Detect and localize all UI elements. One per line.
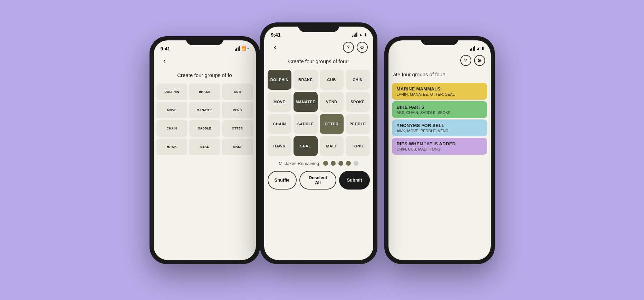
word-grid-left: DOLPHIN BRAKE CUB MOVE MANATEE VEND CHAI…: [154, 84, 256, 155]
result-card-added: RIES WHEN "A" IS ADDED CHIN, CUB, MALT, …: [392, 138, 487, 155]
settings-button-right[interactable]: ⚙: [474, 55, 485, 66]
tile-seal[interactable]: SEAL: [294, 136, 318, 156]
tile-tong[interactable]: TONG: [346, 136, 370, 156]
signal-icon-right: [470, 46, 475, 51]
tile-seal-left[interactable]: SEAL: [189, 138, 220, 155]
tile-vend-left[interactable]: VEND: [222, 102, 253, 118]
tile-vend[interactable]: VEND: [320, 92, 344, 112]
notch-center: [298, 22, 339, 32]
result-title-sell: YNONYMS FOR SELL: [397, 123, 482, 128]
submit-button[interactable]: Submit: [339, 171, 369, 190]
nav-bar-left: ‹: [154, 53, 256, 69]
tile-hawk-left[interactable]: HAWK: [156, 138, 188, 155]
instruction-left: Create four groups of fo: [154, 69, 256, 81]
result-words-bike: AKE, CHAIN, SADDLE, SPOKE: [397, 110, 482, 115]
mistakes-label: Mistakes Remaining:: [279, 161, 320, 166]
settings-button-center[interactable]: ⚙: [357, 42, 368, 53]
shuffle-button[interactable]: Shuffle: [268, 171, 297, 190]
tile-malt[interactable]: MALT: [320, 136, 344, 156]
result-title-bike: BIKE PARTS: [397, 105, 482, 110]
tile-chain-left[interactable]: CHAIN: [156, 120, 188, 137]
tile-move-left[interactable]: MOVE: [156, 102, 188, 118]
wifi-icon-left: 📶: [241, 46, 246, 51]
phones-container: 9:41 📶 ▪ ‹ Cre: [167, 16, 478, 285]
result-card-bike: BIKE PARTS AKE, CHAIN, SADDLE, SPOKE: [392, 101, 487, 118]
gear-icon-right: ⚙: [477, 58, 482, 63]
tile-otter[interactable]: OTTER: [320, 114, 344, 134]
dot-3: [338, 161, 343, 166]
phone-center: 9:41 ▲ ▮ ‹ ?: [260, 22, 377, 264]
tile-malt-left[interactable]: MALT: [222, 138, 253, 155]
tile-saddle-left[interactable]: SADDLE: [189, 120, 220, 137]
tile-saddle[interactable]: SADDLE: [294, 114, 318, 134]
screen-left: 9:41 📶 ▪ ‹ Cre: [154, 40, 256, 260]
result-card-sell: YNONYMS FOR SELL AWK, MOVE, PEDDLE, VEND: [392, 119, 487, 136]
nav-icons-right-right: ? ⚙: [460, 55, 485, 66]
dot-1: [323, 161, 328, 166]
word-grid-center: DOLPHIN BRAKE CUB CHIN MOVE MANATEE VEND…: [264, 70, 373, 156]
battery-icon-left: ▪: [248, 47, 249, 51]
tile-manatee[interactable]: MANATEE: [294, 92, 318, 112]
tile-dolphin-left[interactable]: DOLPHIN: [156, 84, 188, 100]
deselect-button[interactable]: Deselect All: [299, 171, 337, 190]
tile-peddle[interactable]: PEDDLE: [346, 114, 370, 134]
mistakes-row: Mistakes Remaining:: [264, 156, 373, 171]
tile-chain[interactable]: CHAIN: [268, 114, 292, 134]
tile-hawk[interactable]: HAWK: [268, 136, 292, 156]
result-card-marine: MARINE MAMMALS LPHIN, MANATEE, OTTER, SE…: [392, 83, 487, 100]
battery-icon-center: ▮: [364, 32, 366, 37]
tile-cub[interactable]: CUB: [320, 70, 344, 90]
nav-bar-right: ? ⚙: [388, 52, 491, 69]
tile-brake-left[interactable]: BRAKE: [189, 84, 220, 100]
battery-icon-right: ▮: [482, 46, 484, 50]
status-icons-right: ▲ ▮: [470, 46, 484, 51]
signal-icon-center: [352, 32, 357, 37]
status-icons-center: ▲ ▮: [352, 32, 366, 37]
nav-bar-center: ‹ ? ⚙: [264, 39, 373, 56]
dot-4: [346, 161, 351, 166]
wifi-icon-center: ▲: [359, 32, 363, 37]
gear-icon-center: ⚙: [360, 45, 364, 50]
dot-2: [331, 161, 336, 166]
notch-right: [421, 36, 459, 45]
phone-left: 9:41 📶 ▪ ‹ Cre: [150, 36, 260, 264]
screen-right: ▲ ▮ ? ⚙ ate four groups of four!: [388, 40, 491, 260]
question-icon-center: ?: [347, 45, 350, 50]
result-title-added: RIES WHEN "A" IS ADDED: [397, 141, 482, 146]
dot-5: [354, 161, 358, 166]
tile-chin[interactable]: CHIN: [346, 70, 370, 90]
result-words-added: CHIN, CUB, MALT, TONG: [397, 147, 482, 151]
tile-dolphin[interactable]: DOLPHIN: [268, 70, 292, 90]
tile-move[interactable]: MOVE: [268, 92, 292, 112]
notch-left: [186, 36, 224, 45]
instruction-center: Create four groups of four!: [264, 56, 373, 67]
wifi-icon-right: ▲: [477, 46, 480, 50]
time-center: 9:41: [271, 32, 281, 38]
action-buttons: Shuffle Deselect All Submit: [264, 171, 373, 190]
result-words-sell: AWK, MOVE, PEDDLE, VEND: [397, 129, 482, 133]
tile-brake[interactable]: BRAKE: [294, 70, 318, 90]
screen-center: 9:41 ▲ ▮ ‹ ?: [264, 27, 373, 260]
back-button-left[interactable]: ‹: [159, 56, 170, 67]
status-icons-left: 📶 ▪: [235, 46, 249, 51]
tile-otter-left[interactable]: OTTER: [222, 120, 253, 137]
tile-manatee-left[interactable]: MANATEE: [189, 102, 220, 118]
time-left: 9:41: [161, 46, 170, 51]
back-button-center[interactable]: ‹: [270, 42, 281, 53]
phone-right: ▲ ▮ ? ⚙ ate four groups of four!: [384, 36, 495, 264]
question-icon-right: ?: [464, 58, 467, 63]
help-button-right[interactable]: ?: [460, 55, 471, 66]
tile-spoke[interactable]: SPOKE: [346, 92, 370, 112]
help-button-center[interactable]: ?: [343, 42, 354, 53]
instruction-right: ate four groups of four!: [388, 69, 491, 80]
result-title-marine: MARINE MAMMALS: [397, 86, 482, 91]
signal-icon-left: [235, 46, 240, 51]
result-words-marine: LPHIN, MANATEE, OTTER, SEAL: [397, 92, 482, 96]
tile-cub-left[interactable]: CUB: [222, 84, 253, 100]
nav-icons-right-center: ? ⚙: [343, 42, 368, 53]
